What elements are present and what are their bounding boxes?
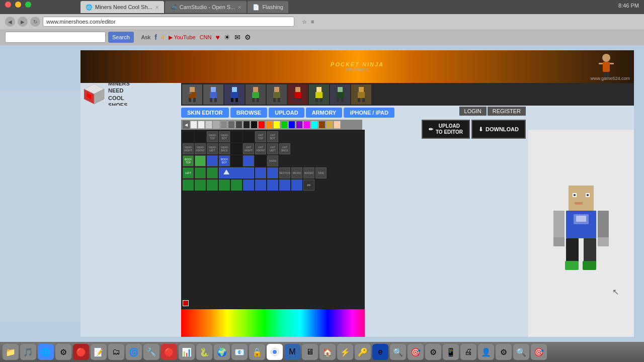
address-input[interactable] xyxy=(43,17,294,27)
swatch-8[interactable] xyxy=(251,121,258,129)
swatch-blue[interactable] xyxy=(288,121,295,129)
facebook-icon[interactable]: f xyxy=(154,33,157,41)
color-picker[interactable] xyxy=(181,309,365,337)
skin-editor-button[interactable]: SKIN EDITOR xyxy=(181,108,229,118)
swatch-cyan[interactable] xyxy=(311,121,318,129)
swatch-1[interactable] xyxy=(198,121,205,129)
skin-thumb-2[interactable] xyxy=(224,84,245,105)
cell-head-back[interactable]: HEAD BACK xyxy=(219,143,230,154)
swatch-orange[interactable] xyxy=(266,121,273,129)
cell-body-front-large[interactable] xyxy=(219,167,254,178)
browse-button[interactable]: BROWSE xyxy=(230,108,268,118)
taskbar-itunes[interactable]: 🎵 xyxy=(20,344,36,360)
tab-miners[interactable]: 🌐 Miners Need Cool Sh... ✕ xyxy=(80,1,164,13)
back-button[interactable]: ◀ xyxy=(5,17,15,27)
cell-body-top-label[interactable]: BODY TOP xyxy=(183,155,194,166)
window-maximize[interactable] xyxy=(25,2,31,8)
cell-hard[interactable]: HARD xyxy=(267,155,278,166)
cell-leg-3[interactable] xyxy=(207,179,218,191)
taskbar-print[interactable]: 🖨 xyxy=(460,344,476,360)
cell-body-left[interactable] xyxy=(255,167,266,178)
iphone-button[interactable]: iPHONE / iPAD xyxy=(344,108,394,118)
taskbar-camstudio[interactable]: 🔴 xyxy=(161,344,177,360)
swatch-brown[interactable] xyxy=(318,121,326,129)
taskbar-config[interactable]: ⚙ xyxy=(425,344,441,360)
cell-head-left[interactable]: HEAD LEFT xyxy=(207,143,218,154)
cell-hat-bottom[interactable]: HAT BOT xyxy=(267,131,278,142)
tab-flashing[interactable]: 📄 Flashing xyxy=(248,1,288,13)
cell-leg-5[interactable] xyxy=(231,179,242,191)
skin-thumb-1[interactable] xyxy=(203,84,223,105)
taskbar-spreadsheet[interactable]: 📊 xyxy=(179,344,195,360)
armory-button[interactable]: ARMORY xyxy=(306,108,342,118)
taskbar-files[interactable]: 🗂 xyxy=(108,344,124,360)
taskbar-email[interactable]: 📧 xyxy=(231,344,248,360)
window-minimize[interactable] xyxy=(15,2,21,8)
cell-body-top-2[interactable]: BODY BOT xyxy=(219,155,230,166)
cell-leg-blue-4[interactable] xyxy=(279,179,290,191)
ask-link[interactable]: Ask xyxy=(141,34,150,40)
taskbar-key[interactable]: 🔑 xyxy=(355,344,371,360)
tab-camstudio[interactable]: 📹 CamStudio - Open S... ✕ xyxy=(165,1,247,13)
taskbar-vmware[interactable]: 🌀 xyxy=(126,344,142,360)
swatch-purple[interactable] xyxy=(296,121,303,129)
cell-hat-back[interactable]: HAT BACK xyxy=(279,143,290,154)
skin-thumb-0[interactable] xyxy=(182,84,202,105)
taskbar-browser[interactable]: 🌐 xyxy=(38,344,54,360)
cell-leg-2[interactable] xyxy=(195,179,206,191)
skin-thumb-8[interactable] xyxy=(351,84,371,105)
amazon-icon[interactable]: a xyxy=(161,34,165,41)
download-button[interactable]: ⬇ DOWNLOAD xyxy=(471,120,526,139)
taskbar-settings[interactable]: ⚙ xyxy=(55,344,71,360)
cell-leg-1[interactable] xyxy=(183,179,194,191)
taskbar-lock[interactable]: 🔒 xyxy=(249,344,265,360)
cell-head-bottom[interactable]: HEAD BOT xyxy=(219,131,230,142)
cell-leg-blue-2[interactable] xyxy=(255,179,266,191)
swatch-skin[interactable] xyxy=(334,121,341,129)
tab-close-cam[interactable]: ✕ xyxy=(237,5,242,10)
search-input[interactable] xyxy=(5,32,106,43)
swatch-red[interactable] xyxy=(258,121,265,129)
swatch-7[interactable] xyxy=(243,121,250,129)
cell-hat-right[interactable]: HAT RIGHT xyxy=(243,143,254,154)
login-button[interactable]: LOGIN xyxy=(459,107,487,116)
taskbar-tools[interactable]: 🔧 xyxy=(143,344,159,360)
youtube-icon[interactable]: ▶ YouTube xyxy=(169,34,196,41)
taskbar-notes[interactable]: 📝 xyxy=(91,344,107,360)
cell-maker[interactable]: MAKER xyxy=(303,167,314,178)
taskbar-snake[interactable]: 🐍 xyxy=(196,344,212,360)
forward-button[interactable]: ▶ xyxy=(18,17,28,27)
color-selector[interactable] xyxy=(183,300,189,306)
cell-head-front[interactable]: HEAD FRONT xyxy=(195,143,206,154)
cell-side[interactable]: SIDE xyxy=(315,167,327,178)
swatch-6[interactable] xyxy=(235,121,243,129)
taskbar-minershoes[interactable]: M xyxy=(284,344,300,360)
taskbar-target[interactable]: 🎯 xyxy=(408,344,424,360)
swatch-yellow[interactable] xyxy=(273,121,280,129)
cell-hat-top[interactable]: HAT TOP xyxy=(255,131,266,142)
taskbar-home[interactable]: 🏠 xyxy=(319,344,336,360)
tab-close-miners[interactable]: ✕ xyxy=(155,5,159,10)
upload-button[interactable]: UPLOAD xyxy=(269,108,304,118)
taskbar-red-app[interactable]: 🔴 xyxy=(73,344,89,360)
taskbar-flash[interactable]: ⚡ xyxy=(337,344,353,360)
taskbar-chrome[interactable] xyxy=(267,344,283,360)
cnn-icon[interactable]: CNN xyxy=(200,34,212,40)
cell-left-2[interactable] xyxy=(195,167,206,178)
search-button[interactable]: Search xyxy=(108,32,134,43)
skin-thumb-5[interactable] xyxy=(288,84,308,105)
weather-icon[interactable]: ☀ xyxy=(224,33,230,41)
swatch-pink[interactable] xyxy=(303,121,310,129)
cell-leg-blue-3[interactable] xyxy=(267,179,278,191)
settings-icon[interactable]: ⚙ xyxy=(245,33,251,41)
cell-leg-blue-5[interactable] xyxy=(291,179,302,191)
swatch-white[interactable] xyxy=(190,121,197,129)
register-button[interactable]: REGISTER xyxy=(488,107,526,116)
cell-left[interactable]: LEFT xyxy=(183,167,194,178)
swatch-green[interactable] xyxy=(281,121,288,129)
taskbar-screen[interactable]: 🖥 xyxy=(302,344,318,360)
swatch-4[interactable] xyxy=(220,121,227,129)
taskbar-find[interactable]: 🔍 xyxy=(513,344,529,360)
palette-prev[interactable]: ◀ xyxy=(183,121,190,129)
cell-micro[interactable]: MICRO xyxy=(291,167,302,178)
